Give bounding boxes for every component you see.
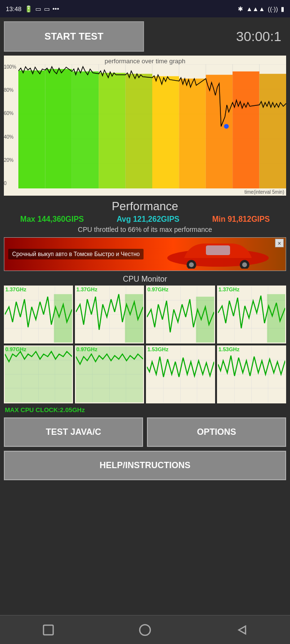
sim-icon: ▭	[35, 5, 41, 13]
status-right: ✱ ▲▲▲ ((·)) ▮	[238, 5, 284, 13]
svg-marker-96	[239, 626, 246, 634]
y-label-80: 80%	[4, 87, 18, 93]
cpu-monitor-title: CPU Monitor	[4, 275, 286, 284]
cpu-graph-2	[147, 286, 214, 343]
svg-rect-79	[76, 346, 143, 402]
car-svg	[165, 240, 271, 269]
cpu-freq-3: 1.37GHz	[218, 286, 239, 292]
more-icon: •••	[53, 5, 59, 13]
cpu-cell-3: 1.37GHz	[217, 286, 286, 343]
nav-back-button[interactable]	[232, 620, 251, 640]
svg-rect-20	[152, 76, 179, 188]
svg-rect-23	[232, 72, 259, 188]
cpu-freq-6: 1.53GHz	[147, 346, 168, 352]
cpu-graph-5	[76, 346, 143, 402]
test-java-c-button[interactable]: TEST JAVA/C	[4, 417, 143, 447]
bottom-button-row: TEST JAVA/C OPTIONS	[4, 417, 286, 447]
cpu-freq-5: 0.97GHz	[76, 346, 97, 352]
cpu-freq-0: 1.37GHz	[5, 286, 26, 292]
cpu-cell-6: 1.53GHz	[146, 345, 215, 403]
battery-level-icon: ▮	[281, 5, 284, 13]
cpu-cell-4: 0.97GHz	[4, 345, 73, 403]
timer-display: 30:00:1	[236, 29, 286, 44]
square-icon	[42, 623, 55, 637]
perf-throttle: CPU throttled to 66% of its max performa…	[4, 226, 286, 233]
main-content: START TEST 30:00:1 performance over time…	[0, 17, 290, 522]
cpu-freq-4: 0.97GHz	[5, 346, 26, 352]
performance-chart: performance over time graph 0 20% 40% 60…	[4, 56, 286, 196]
performance-section: Performance Max 144,360GIPS Avg 121,262G…	[4, 200, 286, 233]
cpu-graph-0	[5, 286, 72, 343]
svg-point-30	[242, 262, 247, 267]
back-triangle-icon	[235, 623, 248, 637]
svg-rect-21	[179, 79, 205, 189]
svg-rect-31	[206, 245, 230, 255]
perf-avg: Avg 121,262GIPS	[116, 215, 179, 224]
options-button[interactable]: OPTIONS	[147, 417, 286, 447]
cpu-cell-0: 1.37GHz	[4, 286, 73, 343]
cpu-freq-1: 1.37GHz	[76, 286, 97, 292]
nav-home-button[interactable]	[135, 620, 155, 640]
y-label-100: 100%	[4, 64, 18, 70]
ad-banner: Срочный выкуп авто в Томске Быстро и Чес…	[4, 237, 286, 271]
y-label-0: 0	[4, 181, 18, 186]
perf-stats: Max 144,360GIPS Avg 121,262GIPS Min 91,8…	[4, 215, 286, 224]
circle-icon	[138, 623, 152, 637]
cpu-graph-7	[218, 346, 285, 402]
svg-rect-17	[72, 72, 99, 188]
help-instructions-button[interactable]: HELP/INSTRUCTIONS	[4, 451, 286, 480]
ad-close-button[interactable]: ×	[275, 239, 284, 247]
svg-rect-94	[44, 625, 53, 635]
svg-rect-24	[260, 74, 286, 188]
svg-rect-47	[125, 294, 143, 343]
top-bar: START TEST 30:00:1	[4, 21, 286, 52]
cpu-cell-5: 0.97GHz	[75, 345, 144, 403]
perf-title: Performance	[4, 200, 286, 213]
battery-icon: 🔋	[25, 5, 32, 13]
bluetooth-icon: ✱	[238, 5, 243, 13]
y-label-20: 20%	[4, 157, 18, 163]
start-test-button[interactable]: START TEST	[4, 21, 144, 52]
cpu-graph-1	[76, 286, 143, 343]
cpu-cell-7: 1.53GHz	[217, 345, 286, 403]
svg-point-95	[140, 625, 150, 635]
perf-min: Min 91,812GIPS	[212, 215, 270, 224]
ad-car-image: Срочный выкуп авто в Томске Быстро и Чес…	[4, 237, 286, 271]
chart-svg	[18, 64, 286, 188]
wifi-icon: ((·))	[268, 5, 278, 13]
perf-max: Max 144,360GIPS	[20, 215, 84, 224]
svg-rect-16	[45, 69, 72, 188]
ad-text: Срочный выкуп авто в Томске Быстро и Чес…	[8, 249, 144, 259]
max-cpu-clock: MAX CPU CLOCK:2.05GHz	[4, 406, 286, 414]
cpu-graph-3	[218, 286, 285, 343]
svg-rect-39	[54, 294, 72, 343]
svg-rect-55	[196, 297, 214, 343]
cpu-freq-2: 0.97GHz	[147, 286, 168, 292]
svg-rect-19	[126, 74, 152, 188]
cpu-freq-7: 1.53GHz	[218, 346, 239, 352]
svg-point-25	[224, 124, 229, 129]
time-display: 13:48	[6, 5, 22, 13]
svg-point-29	[189, 262, 194, 267]
chart-x-label: time(interval 5min)	[245, 189, 284, 195]
svg-rect-18	[99, 73, 125, 188]
y-label-60: 60%	[4, 111, 18, 116]
y-label-40: 40%	[4, 134, 18, 140]
svg-rect-22	[206, 75, 232, 188]
cpu-graph-4	[5, 346, 72, 402]
cpu-grid: 1.37GHz 1.37GHz	[4, 286, 286, 403]
chart-title: performance over time graph	[4, 57, 286, 65]
signal-icon: ▲▲▲	[246, 5, 265, 13]
cpu-cell-1: 1.37GHz	[75, 286, 144, 343]
svg-rect-71	[5, 346, 72, 402]
bottom-nav	[0, 615, 290, 644]
status-bar: 13:48 🔋 ▭ ▭ ••• ✱ ▲▲▲ ((·)) ▮	[0, 0, 290, 17]
nav-spacer	[4, 484, 286, 518]
chart-y-labels: 0 20% 40% 60% 80% 100%	[4, 64, 18, 187]
nav-square-button[interactable]	[39, 620, 58, 640]
svg-rect-15	[18, 71, 45, 188]
cpu-graph-6	[147, 346, 214, 402]
svg-rect-63	[267, 294, 285, 343]
status-left: 13:48 🔋 ▭ ▭ •••	[6, 5, 59, 13]
sim2-icon: ▭	[44, 5, 50, 13]
